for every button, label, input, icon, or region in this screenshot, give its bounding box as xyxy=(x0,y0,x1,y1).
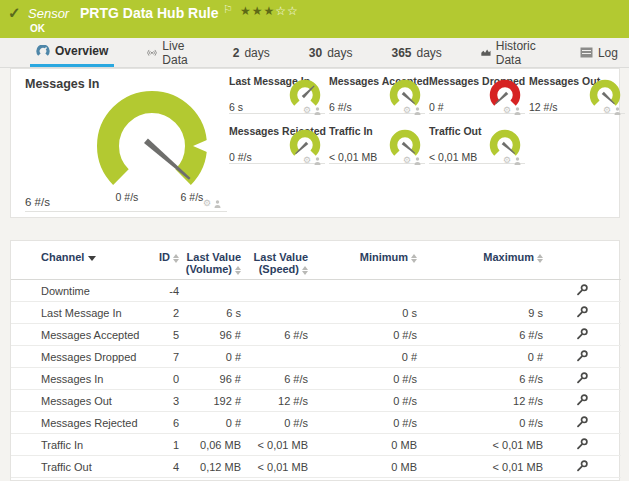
channel-settings-wrench-icon[interactable] xyxy=(576,327,589,340)
gauge-tile-last-message-in[interactable]: Last Message In 6 s ⚙ xyxy=(229,75,325,114)
col-minimum[interactable]: Minimum xyxy=(308,241,417,280)
channel-name[interactable]: Messages Accepted xyxy=(11,324,141,346)
main-gauge-tile[interactable]: Messages In 0 #/s 6 #/s 6 #/s ⚙ xyxy=(19,69,227,215)
user-icon[interactable] xyxy=(514,157,521,165)
channel-id: 1 xyxy=(141,434,179,456)
user-icon[interactable] xyxy=(314,157,321,165)
tile-actions: ⚙ xyxy=(603,106,621,115)
tab-365-days[interactable]: 365 days xyxy=(385,38,447,67)
channel-name[interactable]: Messages In xyxy=(11,368,141,390)
channel-settings-wrench-icon[interactable] xyxy=(576,349,589,362)
minimum-value: 0 #/s xyxy=(308,390,417,412)
channel-settings-wrench-icon[interactable] xyxy=(576,459,589,472)
channel-id: -4 xyxy=(141,280,179,302)
channel-table: Channel ID Last Value(Volume) Last Value… xyxy=(11,241,621,478)
ok-check-icon: ✓ xyxy=(8,4,21,22)
sort-icon xyxy=(537,254,543,263)
tab-historic-data[interactable]: Historic Data xyxy=(475,38,547,67)
channel-settings-wrench-icon[interactable] xyxy=(576,437,589,450)
gauge-tile-messages-rejected[interactable]: Messages Rejected 0 #/s ⚙ xyxy=(229,125,325,164)
last-value-volume: 96 # xyxy=(179,368,241,390)
last-value-speed: 6 #/s xyxy=(241,368,308,390)
table-row[interactable]: Last Message In 2 6 s 0 s 9 s xyxy=(11,302,621,324)
last-value-volume xyxy=(179,280,241,302)
channel-settings-wrench-icon[interactable] xyxy=(576,393,589,406)
tab-label: days xyxy=(417,46,442,60)
minimum-value: 0 MB xyxy=(308,434,417,456)
col-last-value-volume[interactable]: Last Value(Volume) xyxy=(179,241,241,280)
gear-icon[interactable]: ⚙ xyxy=(403,106,411,115)
user-icon[interactable] xyxy=(614,107,621,115)
tile-actions: ⚙ xyxy=(303,106,321,115)
star-outline-icon[interactable]: ☆☆ xyxy=(275,4,299,18)
table-row[interactable]: Messages Accepted 5 96 # 6 #/s 0 #/s 6 #… xyxy=(11,324,621,346)
tile-actions: ⚙ xyxy=(203,199,221,208)
sensor-type-label: Sensor xyxy=(28,6,69,21)
gear-icon[interactable]: ⚙ xyxy=(303,106,311,115)
star-icon[interactable]: ★★★ xyxy=(240,4,275,18)
last-value-volume: 6 s xyxy=(179,302,241,324)
channel-name[interactable]: Messages Rejected xyxy=(11,412,141,434)
table-row[interactable]: Messages Dropped 7 0 # 0 # 0 # xyxy=(11,346,621,368)
channel-id: 4 xyxy=(141,456,179,478)
tile-actions: ⚙ xyxy=(403,106,421,115)
user-icon[interactable] xyxy=(414,107,421,115)
channel-settings-wrench-icon[interactable] xyxy=(576,415,589,428)
channel-name[interactable]: Messages Out xyxy=(11,390,141,412)
gear-icon[interactable]: ⚙ xyxy=(503,106,511,115)
channel-name[interactable]: Traffic In xyxy=(11,434,141,456)
tab-30-days[interactable]: 30 days xyxy=(303,38,359,67)
main-gauge xyxy=(87,88,217,208)
col-last-value-speed[interactable]: Last Value(Speed) xyxy=(241,241,308,280)
priority-stars[interactable]: ★★★☆☆ xyxy=(240,4,299,18)
gauge-tile-messages-accepted[interactable]: Messages Accepted 6 #/s ⚙ xyxy=(329,75,425,114)
tile-actions: ⚙ xyxy=(503,156,521,165)
channel-name[interactable]: Messages Dropped xyxy=(11,346,141,368)
user-icon[interactable] xyxy=(514,107,521,115)
tab-live-data[interactable]: Live Data xyxy=(141,38,199,67)
table-row[interactable]: Messages Rejected 6 0 # 0 #/s 0 #/s 0 #/… xyxy=(11,412,621,434)
gauge-tile-traffic-in[interactable]: Traffic In < 0,01 MB ⚙ xyxy=(329,125,425,164)
channel-id: 5 xyxy=(141,324,179,346)
last-value-speed: < 0,01 MB xyxy=(241,456,308,478)
table-row[interactable]: Traffic Out 4 0,12 MB < 0,01 MB 0 MB < 0… xyxy=(11,456,621,478)
minimum-value xyxy=(308,280,417,302)
gauge-scale-min: 0 #/s xyxy=(99,191,155,203)
gauge-tile-messages-dropped[interactable]: Messages Dropped 0 # ⚙ xyxy=(429,75,525,114)
user-icon[interactable] xyxy=(414,157,421,165)
table-row[interactable]: Traffic In 1 0,06 MB < 0,01 MB 0 MB < 0,… xyxy=(11,434,621,456)
tab-overview[interactable]: Overview xyxy=(30,38,114,67)
gear-icon[interactable]: ⚙ xyxy=(403,156,411,165)
table-row[interactable]: Messages In 0 96 # 6 #/s 0 #/s 6 #/s xyxy=(11,368,621,390)
gauge-tile-messages-out[interactable]: Messages Out 12 #/s ⚙ xyxy=(529,75,625,114)
gauge-value: 6 s xyxy=(229,101,243,113)
last-value-speed xyxy=(241,302,308,324)
user-icon[interactable] xyxy=(214,200,221,208)
gauge-tile-traffic-out[interactable]: Traffic Out < 0,01 MB ⚙ xyxy=(429,125,525,164)
table-row[interactable]: Messages Out 3 192 # 12 #/s 0 #/s 12 #/s xyxy=(11,390,621,412)
gear-icon[interactable]: ⚙ xyxy=(303,156,311,165)
live-data-icon xyxy=(147,46,157,59)
channel-id: 0 xyxy=(141,368,179,390)
gear-icon[interactable]: ⚙ xyxy=(203,199,211,208)
tab-2-days[interactable]: 2 days xyxy=(227,38,276,67)
channel-settings-wrench-icon[interactable] xyxy=(576,371,589,384)
tile-actions: ⚙ xyxy=(303,156,321,165)
tab-label: days xyxy=(327,46,352,60)
channel-name[interactable]: Last Message In xyxy=(11,302,141,324)
gear-icon[interactable]: ⚙ xyxy=(503,156,511,165)
sensor-name[interactable]: PRTG Data Hub Rule xyxy=(80,5,218,21)
channel-settings-wrench-icon[interactable] xyxy=(576,283,589,296)
col-id[interactable]: ID xyxy=(141,241,179,280)
table-row[interactable]: Downtime -4 xyxy=(11,280,621,302)
user-icon[interactable] xyxy=(314,107,321,115)
col-channel[interactable]: Channel xyxy=(11,241,141,280)
gauge-value: 0 #/s xyxy=(229,151,252,163)
channel-name[interactable]: Downtime xyxy=(11,280,141,302)
channel-settings-wrench-icon[interactable] xyxy=(576,305,589,318)
flag-icon[interactable]: ⚐ xyxy=(223,3,233,16)
gear-icon[interactable]: ⚙ xyxy=(603,106,611,115)
col-maximum[interactable]: Maximum xyxy=(417,241,543,280)
channel-name[interactable]: Traffic Out xyxy=(11,456,141,478)
tab-log[interactable]: Log xyxy=(574,38,624,67)
